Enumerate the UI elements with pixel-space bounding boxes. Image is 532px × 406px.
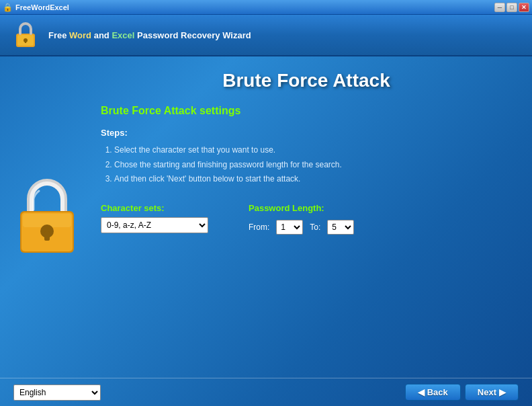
title-bar: 🔒 FreeWordExcel ─ □ ✕	[0, 0, 532, 15]
left-panel	[0, 56, 94, 378]
header-free: Free	[48, 30, 69, 40]
back-button[interactable]: ◀ Back	[405, 384, 461, 401]
next-label: Next	[478, 387, 496, 397]
from-to-row: From: 1 2 3 4 5 To: 1 2 3	[249, 220, 354, 235]
next-chevron-icon: ▶	[499, 387, 506, 397]
svg-rect-8	[44, 231, 50, 241]
main-window: Free Word and Excel Password Recovery Wi…	[0, 15, 532, 406]
page-title: Brute Force Attack	[101, 70, 512, 91]
bottom-area: English French German Spanish ◀ Back Nex…	[0, 378, 532, 406]
step-2: Chose the starting and finishing passwor…	[114, 158, 512, 173]
title-bar-left: 🔒 FreeWordExcel	[3, 3, 69, 12]
language-select[interactable]: English French German Spanish	[13, 384, 101, 401]
to-select[interactable]: 1 2 3 4 5 6 7 8	[327, 220, 354, 235]
back-label: Back	[427, 387, 448, 397]
lang-select-wrapper: English French German Spanish	[13, 384, 101, 401]
password-length-label: Password Length:	[249, 203, 354, 213]
title-bar-buttons: ─ □ ✕	[494, 3, 529, 12]
minimize-button[interactable]: ─	[494, 3, 505, 12]
app-icon: 🔒	[3, 3, 13, 12]
content-area: Brute Force Attack Brute Force Attack se…	[0, 56, 532, 378]
password-length-section: Password Length: From: 1 2 3 4 5 To: 1	[249, 203, 354, 235]
next-button[interactable]: Next ▶	[465, 384, 519, 401]
header-suffix: Password Recovery Wizard	[134, 30, 251, 40]
title-bar-text: FreeWordExcel	[15, 3, 69, 11]
char-set-label: Character sets:	[101, 203, 208, 213]
settings-row: Character sets: 0-9, a-z, A-Z 0-9 a-z A-…	[101, 203, 512, 235]
header-and: and	[91, 30, 112, 40]
right-panel: Brute Force Attack Brute Force Attack se…	[94, 56, 532, 378]
maximize-button[interactable]: □	[506, 3, 517, 12]
header: Free Word and Excel Password Recovery Wi…	[0, 15, 532, 56]
step-3: And then click 'Next' button below to st…	[114, 172, 512, 187]
header-lock-icon	[11, 20, 40, 50]
svg-rect-3	[25, 40, 26, 43]
close-button[interactable]: ✕	[519, 3, 529, 12]
header-title: Free Word and Excel Password Recovery Wi…	[48, 30, 251, 40]
steps-list: Select the character set that you want t…	[101, 143, 512, 187]
to-label: To:	[310, 222, 320, 232]
header-word: Word	[69, 30, 91, 40]
from-label: From:	[249, 222, 269, 232]
char-set-select[interactable]: 0-9, a-z, A-Z 0-9 a-z A-Z a-z, A-Z All p…	[101, 217, 208, 233]
header-excel: Excel	[112, 30, 134, 40]
big-lock-icon	[13, 179, 81, 256]
back-chevron-icon: ◀	[418, 387, 425, 397]
section-title: Brute Force Attack settings	[101, 105, 512, 117]
nav-buttons: ◀ Back Next ▶	[405, 384, 519, 401]
from-select[interactable]: 1 2 3 4 5	[276, 220, 303, 235]
step-1: Select the character set that you want t…	[114, 143, 512, 158]
char-set-section: Character sets: 0-9, a-z, A-Z 0-9 a-z A-…	[101, 203, 208, 233]
steps-label: Steps:	[101, 128, 512, 138]
